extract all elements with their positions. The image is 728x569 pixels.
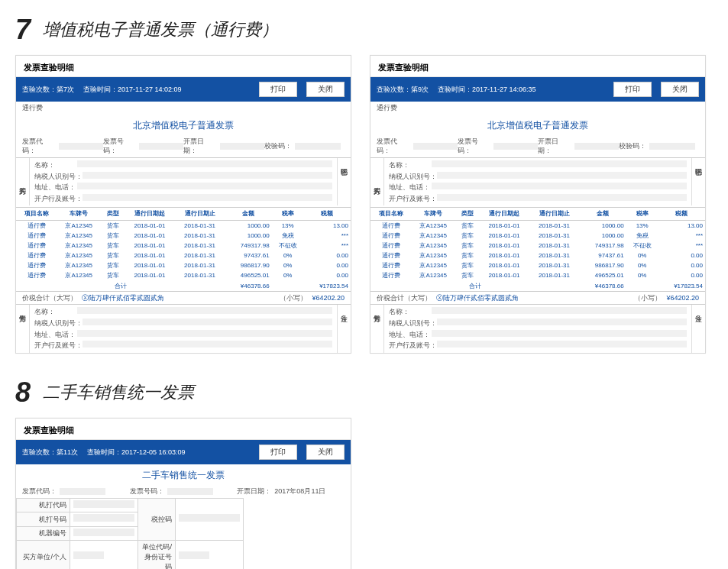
- fphm-value: [139, 143, 183, 150]
- card-title: 发票查验明细: [16, 56, 351, 77]
- card-title: 发票查验明细: [370, 56, 705, 77]
- table-row: 通行费京A12345货车2018-01-012018-01-311000.00免…: [370, 231, 705, 241]
- check-time: 查验时间：2017-12-05 16:03:09: [87, 448, 186, 457]
- fpdm-label: 发票代码：: [22, 137, 56, 156]
- fphm-label: 发票号码：: [103, 137, 137, 156]
- table-row: 通行费京A12345货车2018-01-012018-01-31496525.0…: [370, 270, 705, 280]
- check-count: 查验次数：第11次: [22, 448, 78, 457]
- table-row: 通行费京A12345货车2018-01-012018-01-3197437.61…: [370, 251, 705, 260]
- card-title: 发票查验明细: [16, 419, 351, 440]
- total-xx-value: ¥64202.20: [312, 293, 345, 303]
- note-side-label: 备注: [337, 305, 351, 352]
- total-xx-label: （小写）: [280, 293, 307, 303]
- used-car-invoice-card: 发票查验明细 查验次数：第11次 查验时间：2017-12-05 16:03:0…: [15, 418, 351, 569]
- toll-label: 通行费: [22, 103, 43, 113]
- password-area-label: 密码区: [337, 158, 351, 205]
- kprq-value: [220, 143, 264, 150]
- table-row: 通行费京A12345货车2018-01-012018-01-31986817.9…: [16, 260, 351, 270]
- kprq-value: 2017年08月11日: [274, 487, 325, 496]
- table-row: 通行费京A12345货车2018-01-012018-01-31496525.0…: [16, 270, 351, 280]
- jym-label: 校验码：: [264, 141, 292, 151]
- toll-invoice-card-left: 发票查验明细 查验次数：第7次 查验时间：2017-11-27 14:02:09…: [15, 55, 351, 354]
- total-cn-value: ⓧ陆万肆仟贰佰零贰圆贰角: [82, 293, 164, 303]
- check-time: 查验时间：2017-11-27 14:02:09: [83, 85, 182, 95]
- table-row: 买方单位/个人单位代码/身份证号码: [17, 541, 351, 569]
- used-car-table: 机打代码 税控码 机打号码 机器编号 买方单位/个人单位代码/身份证号码买方单位…: [16, 498, 351, 569]
- items-table: 项目名称车牌号类型通行日期起通行日期止金额税率税额 通行费京A12345货车20…: [370, 207, 705, 291]
- check-time: 查验时间：2017-11-27 14:06:35: [438, 85, 536, 95]
- print-button[interactable]: 打印: [259, 82, 297, 97]
- table-row: 通行费京A12345货车2018-01-012018-01-3197437.61…: [16, 251, 351, 260]
- close-button[interactable]: 关闭: [306, 82, 345, 97]
- close-button[interactable]: 关闭: [306, 445, 345, 460]
- check-count: 查验次数：第7次: [22, 85, 74, 95]
- buyer-side-label: 购买方: [16, 158, 30, 205]
- section-number: 7: [15, 14, 31, 46]
- table-row: 通行费京A12345货车2018-01-012018-01-311000.00免…: [16, 231, 351, 241]
- close-button[interactable]: 关闭: [661, 82, 699, 97]
- kprq-label: 开票日期：: [183, 137, 217, 156]
- print-button[interactable]: 打印: [259, 445, 297, 460]
- section-number: 8: [15, 377, 31, 409]
- items-table: 项目名称车牌号类型通行日期起通行日期止金额税率税额 通行费京A12345货车20…: [16, 207, 351, 291]
- invoice-title: 北京增值税电子普通发票: [370, 115, 705, 135]
- invoice-title: 二手车销售统一发票: [16, 464, 351, 485]
- fpdm-value: [59, 143, 103, 150]
- seller-side-label: 销售方: [16, 305, 30, 352]
- invoice-title: 北京增值税电子普通发票: [16, 115, 351, 135]
- table-row: 通行费京A12345货车2018-01-012018-01-31749317.9…: [16, 241, 351, 251]
- toll-invoice-card-right: 发票查验明细 查验次数：第9次 查验时间：2017-11-27 14:06:35…: [370, 55, 706, 354]
- section-title: 增值税电子普通发票（通行费）: [43, 18, 278, 41]
- jym-value: [295, 143, 341, 150]
- table-row: 通行费京A12345货车2018-01-012018-01-311000.001…: [16, 220, 351, 231]
- section-title: 二手车销售统一发票: [43, 381, 194, 404]
- print-button[interactable]: 打印: [613, 82, 652, 97]
- table-row: 通行费京A12345货车2018-01-012018-01-311000.001…: [370, 220, 705, 231]
- total-cn-label: 价税合计（大写）: [22, 293, 77, 303]
- check-count: 查验次数：第9次: [377, 85, 429, 95]
- toll-label: 通行费: [377, 103, 397, 113]
- table-row: 通行费京A12345货车2018-01-012018-01-31986817.9…: [370, 260, 705, 270]
- table-row: 通行费京A12345货车2018-01-012018-01-31749317.9…: [370, 241, 705, 251]
